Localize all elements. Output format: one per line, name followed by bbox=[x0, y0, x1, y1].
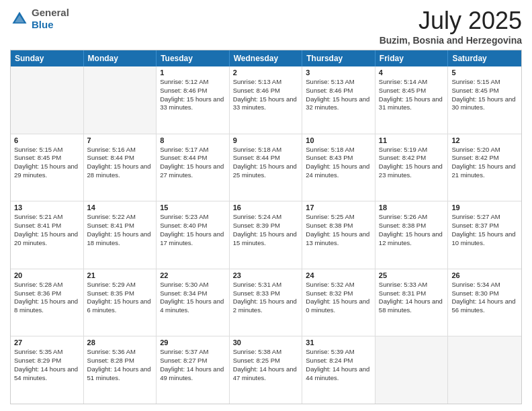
sunrise: Sunrise: 5:28 AM bbox=[14, 281, 80, 289]
sunset: Sunset: 8:45 PM bbox=[379, 87, 445, 95]
cal-cell-2-2: 15 Sunrise: 5:23 AM Sunset: 8:40 PM Dayl… bbox=[157, 201, 230, 269]
calendar-row-4: 27 Sunrise: 5:35 AM Sunset: 8:29 PM Dayl… bbox=[11, 336, 521, 404]
day-number: 26 bbox=[451, 271, 518, 279]
daylight: Daylight: 14 hours and 44 minutes. bbox=[306, 365, 371, 383]
logo-icon bbox=[10, 9, 29, 28]
daylight: Daylight: 15 hours and 28 minutes. bbox=[87, 163, 153, 180]
sunrise: Sunrise: 5:24 AM bbox=[233, 213, 299, 222]
daylight: Daylight: 14 hours and 54 minutes. bbox=[14, 365, 80, 383]
calendar-body: 1 Sunrise: 5:12 AM Sunset: 8:46 PM Dayli… bbox=[11, 66, 521, 404]
cal-cell-1-2: 8 Sunrise: 5:17 AM Sunset: 8:44 PM Dayli… bbox=[157, 134, 230, 201]
daylight: Daylight: 15 hours and 4 minutes. bbox=[160, 298, 226, 315]
weekday-friday: Friday bbox=[375, 50, 449, 66]
logo-text: General Blue bbox=[32, 7, 69, 31]
sunrise: Sunrise: 5:35 AM bbox=[14, 348, 80, 357]
calendar-row-3: 20 Sunrise: 5:28 AM Sunset: 8:36 PM Dayl… bbox=[11, 269, 521, 336]
cal-cell-2-4: 17 Sunrise: 5:25 AM Sunset: 8:38 PM Dayl… bbox=[302, 201, 375, 269]
cal-cell-2-1: 14 Sunrise: 5:22 AM Sunset: 8:41 PM Dayl… bbox=[84, 201, 157, 269]
day-number: 19 bbox=[451, 203, 518, 212]
sunset: Sunset: 8:46 PM bbox=[160, 87, 226, 95]
day-number: 22 bbox=[160, 271, 226, 279]
calendar-row-1: 6 Sunrise: 5:15 AM Sunset: 8:45 PM Dayli… bbox=[11, 134, 521, 201]
day-number: 5 bbox=[451, 68, 518, 77]
sunrise: Sunrise: 5:29 AM bbox=[87, 281, 153, 289]
sunrise: Sunrise: 5:25 AM bbox=[306, 213, 371, 222]
weekday-monday: Monday bbox=[84, 50, 157, 66]
cal-cell-0-1 bbox=[84, 66, 157, 134]
day-number: 20 bbox=[14, 271, 80, 279]
sunrise: Sunrise: 5:36 AM bbox=[87, 348, 153, 357]
sunrise: Sunrise: 5:37 AM bbox=[160, 348, 226, 357]
cal-cell-3-6: 26 Sunrise: 5:34 AM Sunset: 8:30 PM Dayl… bbox=[448, 269, 521, 336]
sunrise: Sunrise: 5:34 AM bbox=[451, 281, 518, 289]
sunset: Sunset: 8:31 PM bbox=[379, 289, 445, 298]
cal-cell-4-0: 27 Sunrise: 5:35 AM Sunset: 8:29 PM Dayl… bbox=[11, 336, 84, 404]
sunset: Sunset: 8:29 PM bbox=[14, 357, 80, 365]
calendar-row-2: 13 Sunrise: 5:21 AM Sunset: 8:41 PM Dayl… bbox=[11, 201, 521, 269]
daylight: Daylight: 15 hours and 33 minutes. bbox=[160, 95, 226, 113]
sunset: Sunset: 8:25 PM bbox=[233, 357, 299, 365]
calendar-row-0: 1 Sunrise: 5:12 AM Sunset: 8:46 PM Dayli… bbox=[11, 66, 521, 134]
sunset: Sunset: 8:27 PM bbox=[160, 357, 226, 365]
sunset: Sunset: 8:34 PM bbox=[160, 289, 226, 298]
day-number: 4 bbox=[379, 68, 445, 77]
daylight: Daylight: 15 hours and 31 minutes. bbox=[379, 95, 445, 113]
sunrise: Sunrise: 5:32 AM bbox=[306, 281, 371, 289]
day-number: 17 bbox=[306, 203, 371, 212]
daylight: Daylight: 15 hours and 32 minutes. bbox=[306, 95, 371, 113]
sunrise: Sunrise: 5:18 AM bbox=[233, 146, 299, 154]
day-number: 28 bbox=[87, 338, 153, 347]
weekday-thursday: Thursday bbox=[302, 50, 375, 66]
sunset: Sunset: 8:28 PM bbox=[87, 357, 153, 365]
sunrise: Sunrise: 5:23 AM bbox=[160, 213, 226, 222]
cal-cell-3-2: 22 Sunrise: 5:30 AM Sunset: 8:34 PM Dayl… bbox=[157, 269, 230, 336]
sunrise: Sunrise: 5:13 AM bbox=[233, 78, 299, 87]
sunrise: Sunrise: 5:15 AM bbox=[14, 146, 80, 154]
logo-blue: Blue bbox=[32, 19, 54, 30]
cal-cell-2-0: 13 Sunrise: 5:21 AM Sunset: 8:41 PM Dayl… bbox=[11, 201, 84, 269]
sunrise: Sunrise: 5:26 AM bbox=[379, 213, 445, 222]
day-number: 10 bbox=[306, 136, 371, 144]
cal-cell-1-6: 12 Sunrise: 5:20 AM Sunset: 8:42 PM Dayl… bbox=[448, 134, 521, 201]
sunset: Sunset: 8:44 PM bbox=[233, 154, 299, 163]
cal-cell-2-5: 18 Sunrise: 5:26 AM Sunset: 8:38 PM Dayl… bbox=[375, 201, 449, 269]
sunrise: Sunrise: 5:18 AM bbox=[306, 146, 371, 154]
cal-cell-0-5: 4 Sunrise: 5:14 AM Sunset: 8:45 PM Dayli… bbox=[375, 66, 449, 134]
day-number: 1 bbox=[160, 68, 226, 77]
cal-cell-1-1: 7 Sunrise: 5:16 AM Sunset: 8:44 PM Dayli… bbox=[84, 134, 157, 201]
logo: General Blue bbox=[10, 7, 69, 31]
sunrise: Sunrise: 5:20 AM bbox=[451, 146, 518, 154]
day-number: 30 bbox=[233, 338, 299, 347]
daylight: Daylight: 15 hours and 12 minutes. bbox=[379, 230, 445, 248]
day-number: 16 bbox=[233, 203, 299, 212]
sunset: Sunset: 8:38 PM bbox=[379, 222, 445, 230]
daylight: Daylight: 14 hours and 56 minutes. bbox=[451, 298, 518, 315]
cal-cell-3-3: 23 Sunrise: 5:31 AM Sunset: 8:33 PM Dayl… bbox=[230, 269, 303, 336]
weekday-wednesday: Wednesday bbox=[230, 50, 303, 66]
sunset: Sunset: 8:37 PM bbox=[451, 222, 518, 230]
cal-cell-3-1: 21 Sunrise: 5:29 AM Sunset: 8:35 PM Dayl… bbox=[84, 269, 157, 336]
day-number: 6 bbox=[14, 136, 80, 144]
daylight: Daylight: 15 hours and 13 minutes. bbox=[306, 230, 371, 248]
daylight: Daylight: 15 hours and 30 minutes. bbox=[451, 95, 518, 113]
cal-cell-0-2: 1 Sunrise: 5:12 AM Sunset: 8:46 PM Dayli… bbox=[157, 66, 230, 134]
cal-cell-1-4: 10 Sunrise: 5:18 AM Sunset: 8:43 PM Dayl… bbox=[302, 134, 375, 201]
day-number: 11 bbox=[379, 136, 445, 144]
sunset: Sunset: 8:46 PM bbox=[233, 87, 299, 95]
sunrise: Sunrise: 5:16 AM bbox=[87, 146, 153, 154]
sunrise: Sunrise: 5:30 AM bbox=[160, 281, 226, 289]
cal-cell-1-3: 9 Sunrise: 5:18 AM Sunset: 8:44 PM Dayli… bbox=[230, 134, 303, 201]
calendar-header: Sunday Monday Tuesday Wednesday Thursday… bbox=[11, 50, 521, 66]
day-number: 25 bbox=[379, 271, 445, 279]
sunset: Sunset: 8:41 PM bbox=[14, 222, 80, 230]
page: General Blue July 2025 Buzim, Bosnia and… bbox=[0, 0, 532, 411]
sunrise: Sunrise: 5:22 AM bbox=[87, 213, 153, 222]
daylight: Daylight: 15 hours and 29 minutes. bbox=[14, 163, 80, 180]
sunrise: Sunrise: 5:39 AM bbox=[306, 348, 371, 357]
cal-cell-1-5: 11 Sunrise: 5:19 AM Sunset: 8:42 PM Dayl… bbox=[375, 134, 449, 201]
sunrise: Sunrise: 5:33 AM bbox=[379, 281, 445, 289]
sunrise: Sunrise: 5:13 AM bbox=[306, 78, 371, 87]
day-number: 31 bbox=[306, 338, 371, 347]
day-number: 7 bbox=[87, 136, 153, 144]
cal-cell-4-3: 30 Sunrise: 5:38 AM Sunset: 8:25 PM Dayl… bbox=[230, 336, 303, 404]
